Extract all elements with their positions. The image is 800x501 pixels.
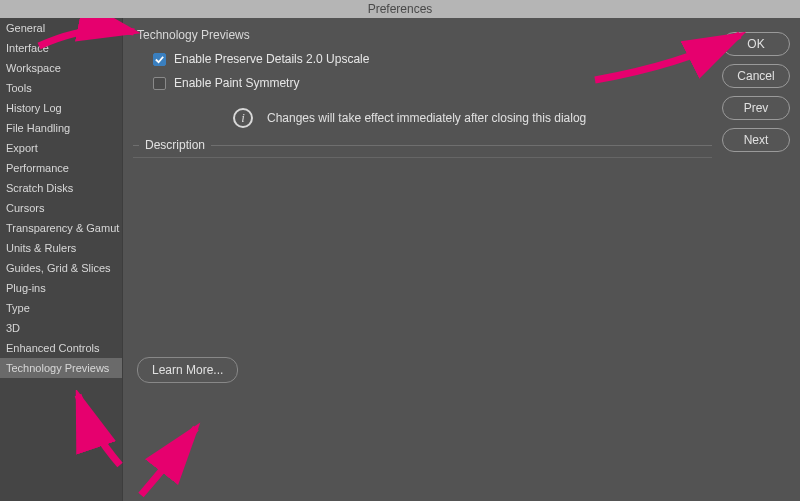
learn-more-button[interactable]: Learn More... [137, 357, 238, 383]
sidebar-item-workspace[interactable]: Workspace [0, 58, 122, 78]
sidebar-item-file-handling[interactable]: File Handling [0, 118, 122, 138]
description-group: Description [133, 152, 712, 347]
sidebar-item-plug-ins[interactable]: Plug-ins [0, 278, 122, 298]
sidebar-item-performance[interactable]: Performance [0, 158, 122, 178]
notice-row: i Changes will take effect immediately a… [233, 108, 712, 128]
description-label: Description [139, 138, 211, 152]
sidebar-item-enhanced-controls[interactable]: Enhanced Controls [0, 338, 122, 358]
option-label: Enable Preserve Details 2.0 Upscale [174, 52, 369, 66]
preferences-sidebar: GeneralInterfaceWorkspaceToolsHistory Lo… [0, 18, 122, 501]
option-preserve-details[interactable]: Enable Preserve Details 2.0 Upscale [153, 52, 712, 66]
sidebar-item-technology-previews[interactable]: Technology Previews [0, 358, 122, 378]
sidebar-item-history-log[interactable]: History Log [0, 98, 122, 118]
prev-button[interactable]: Prev [722, 96, 790, 120]
sidebar-item-units-rulers[interactable]: Units & Rulers [0, 238, 122, 258]
panel-title: Technology Previews [137, 28, 712, 42]
window-title: Preferences [368, 2, 433, 16]
sidebar-item-export[interactable]: Export [0, 138, 122, 158]
sidebar-item-interface[interactable]: Interface [0, 38, 122, 58]
description-box [133, 157, 712, 347]
sidebar-item-general[interactable]: General [0, 18, 122, 38]
sidebar-item-cursors[interactable]: Cursors [0, 198, 122, 218]
preferences-panel: Technology Previews Enable Preserve Deta… [123, 18, 722, 501]
window-titlebar: Preferences [0, 0, 800, 18]
notice-text: Changes will take effect immediately aft… [267, 111, 586, 125]
sidebar-item-3d[interactable]: 3D [0, 318, 122, 338]
sidebar-item-scratch-disks[interactable]: Scratch Disks [0, 178, 122, 198]
checkbox-icon[interactable] [153, 77, 166, 90]
dialog-buttons: OK Cancel Prev Next [722, 18, 800, 501]
ok-button[interactable]: OK [722, 32, 790, 56]
info-icon: i [233, 108, 253, 128]
sidebar-item-guides-grid-slices[interactable]: Guides, Grid & Slices [0, 258, 122, 278]
option-label: Enable Paint Symmetry [174, 76, 299, 90]
sidebar-item-type[interactable]: Type [0, 298, 122, 318]
sidebar-item-transparency-gamut[interactable]: Transparency & Gamut [0, 218, 122, 238]
checkbox-icon[interactable] [153, 53, 166, 66]
option-paint-symmetry[interactable]: Enable Paint Symmetry [153, 76, 712, 90]
cancel-button[interactable]: Cancel [722, 64, 790, 88]
next-button[interactable]: Next [722, 128, 790, 152]
sidebar-item-tools[interactable]: Tools [0, 78, 122, 98]
